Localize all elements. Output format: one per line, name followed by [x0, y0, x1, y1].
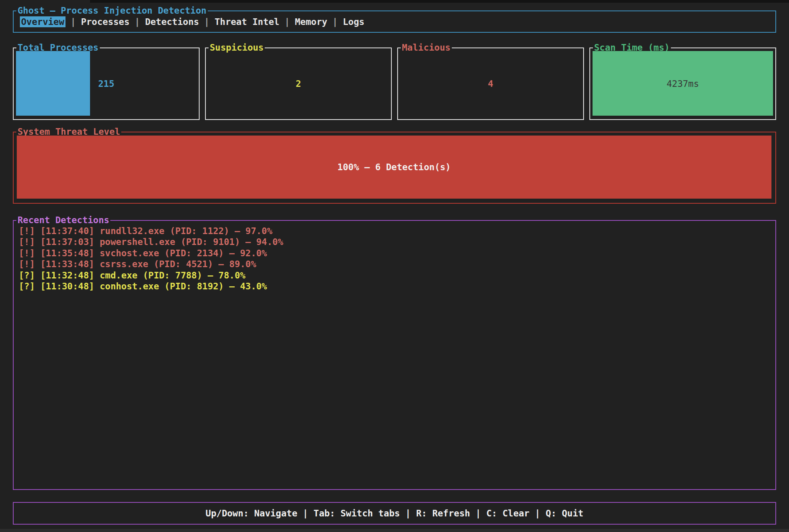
footer-help-panel: Up/Down: Navigate | Tab: Switch tabs | R…	[13, 502, 776, 525]
stat-card-malicious: Malicious4	[397, 48, 584, 120]
tab-separator: |	[285, 17, 290, 27]
stats-row: Total Processes215Suspicious2Malicious4S…	[13, 48, 776, 120]
footer-shortcuts: Up/Down: Navigate | Tab: Switch tabs | R…	[14, 503, 775, 524]
tab-bar: Overview|Processes|Detections|Threat Int…	[20, 17, 364, 27]
stat-value: 2	[206, 48, 391, 119]
detection-row[interactable]: [?] [11:30:48] conhost.exe (PID: 8192) —…	[19, 281, 771, 292]
detection-row[interactable]: [!] [11:37:40] rundll32.exe (PID: 1122) …	[19, 225, 771, 236]
stat-card-suspicious: Suspicious2	[205, 48, 392, 120]
threat-level-panel: System Threat Level 100% — 6 Detection(s…	[13, 132, 776, 204]
stat-value: 4	[398, 48, 583, 119]
stat-value: 4237ms	[590, 48, 775, 119]
tab-overview[interactable]: Overview	[20, 16, 65, 27]
stat-card-total-processes: Total Processes215	[13, 48, 200, 120]
threat-gauge-fill: 100% — 6 Detection(s)	[17, 136, 771, 199]
stat-value: 215	[14, 48, 199, 119]
tab-detections[interactable]: Detections	[145, 17, 199, 27]
detection-row[interactable]: [!] [11:33:48] csrss.exe (PID: 4521) — 8…	[19, 259, 771, 270]
detections-list: [!] [11:37:40] rundll32.exe (PID: 1122) …	[19, 225, 771, 486]
window-bottom-edge	[0, 529, 789, 532]
detection-row[interactable]: [!] [11:35:48] svchost.exe (PID: 2134) —…	[19, 248, 771, 259]
tab-separator: |	[71, 17, 76, 27]
app-window-frame: Ghost — Process Injection Detection Over…	[13, 11, 776, 33]
tab-threat-intel[interactable]: Threat Intel	[214, 17, 279, 27]
threat-gauge-label: 100% — 6 Detection(s)	[338, 162, 451, 172]
tab-logs[interactable]: Logs	[343, 17, 364, 27]
recent-detections-panel: Recent Detections [!] [11:37:40] rundll3…	[13, 220, 776, 490]
tab-separator: |	[204, 17, 210, 27]
tab-processes[interactable]: Processes	[81, 17, 130, 27]
tab-separator: |	[134, 17, 140, 27]
stat-card-scan-time: Scan Time (ms)4237ms	[589, 48, 776, 120]
app-title: Ghost — Process Injection Detection	[16, 5, 208, 16]
tab-memory[interactable]: Memory	[295, 17, 327, 27]
terminal-screen: Ghost — Process Injection Detection Over…	[0, 0, 789, 532]
window-top-edge	[90, 0, 789, 3]
threat-gauge: 100% — 6 Detection(s)	[17, 136, 771, 199]
detection-row[interactable]: [?] [11:32:48] cmd.exe (PID: 7788) — 78.…	[19, 270, 771, 281]
recent-detections-title: Recent Detections	[16, 215, 110, 225]
detection-row[interactable]: [!] [11:37:03] powershell.exe (PID: 9101…	[19, 236, 771, 247]
tab-separator: |	[333, 17, 338, 27]
